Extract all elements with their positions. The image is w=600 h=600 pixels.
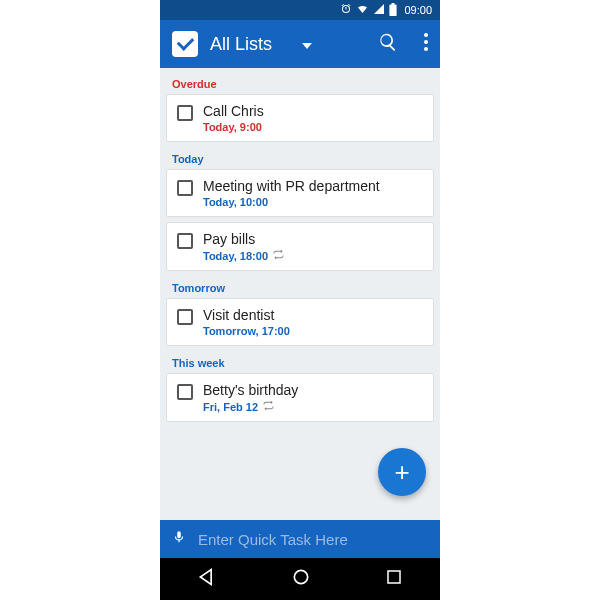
alarm-icon [340, 3, 352, 17]
task-title: Visit dentist [203, 307, 423, 323]
section-header-today: Today [166, 147, 434, 169]
task-time: Tomorrow, 17:00 [203, 325, 423, 337]
svg-point-1 [424, 40, 428, 44]
task-checkbox[interactable] [177, 384, 193, 400]
overflow-menu-icon[interactable] [424, 33, 428, 55]
svg-point-2 [424, 47, 428, 51]
task-time: Today, 10:00 [203, 196, 423, 208]
task-title: Call Chris [203, 103, 423, 119]
task-checkbox[interactable] [177, 180, 193, 196]
plus-icon: + [394, 457, 409, 488]
battery-icon [389, 3, 397, 18]
repeat-icon [273, 249, 284, 262]
list-selector-title[interactable]: All Lists [210, 34, 272, 55]
quick-task-bar[interactable]: Enter Quick Task Here [160, 520, 440, 558]
task-time: Today, 9:00 [203, 121, 423, 133]
task-title: Betty's birthday [203, 382, 423, 398]
svg-point-3 [294, 570, 307, 583]
recents-button-icon[interactable] [385, 568, 403, 590]
home-button-icon[interactable] [291, 567, 311, 591]
signal-icon [373, 3, 385, 17]
section-header-tomorrow: Tomorrow [166, 276, 434, 298]
task-title: Pay bills [203, 231, 423, 247]
quick-task-input[interactable]: Enter Quick Task Here [198, 531, 348, 548]
task-time: Fri, Feb 12 [203, 401, 258, 413]
section-header-overdue: Overdue [166, 72, 434, 94]
task-checkbox[interactable] [177, 105, 193, 121]
task-row[interactable]: Call Chris Today, 9:00 [166, 94, 434, 142]
android-nav-bar [160, 558, 440, 600]
android-status-bar: 09:00 [160, 0, 440, 20]
wifi-icon [356, 3, 369, 17]
search-icon[interactable] [378, 32, 398, 56]
back-button-icon[interactable] [197, 567, 217, 591]
task-time: Today, 18:00 [203, 250, 268, 262]
microphone-icon[interactable] [172, 528, 186, 550]
task-checkbox[interactable] [177, 309, 193, 325]
svg-rect-4 [388, 571, 400, 583]
section-header-thisweek: This week [166, 351, 434, 373]
task-row[interactable]: Pay bills Today, 18:00 [166, 222, 434, 271]
app-toolbar: All Lists [160, 20, 440, 68]
task-row[interactable]: Betty's birthday Fri, Feb 12 [166, 373, 434, 422]
task-row[interactable]: Visit dentist Tomorrow, 17:00 [166, 298, 434, 346]
svg-point-0 [424, 33, 428, 37]
app-logo-icon[interactable] [172, 31, 198, 57]
status-clock: 09:00 [404, 4, 432, 16]
task-title: Meeting with PR department [203, 178, 423, 194]
add-task-fab[interactable]: + [378, 448, 426, 496]
task-checkbox[interactable] [177, 233, 193, 249]
dropdown-arrow-icon[interactable] [302, 35, 312, 53]
task-row[interactable]: Meeting with PR department Today, 10:00 [166, 169, 434, 217]
repeat-icon [263, 400, 274, 413]
